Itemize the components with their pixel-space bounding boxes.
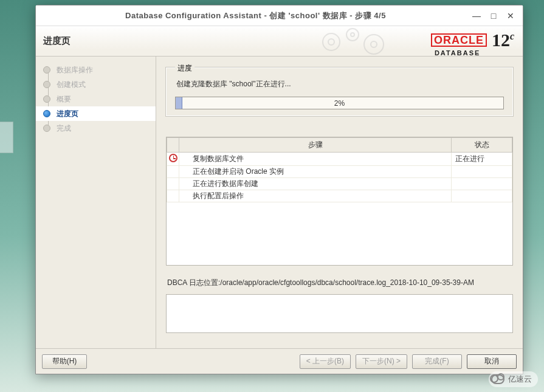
progress-group: 进度 创建克隆数据库 "school"正在进行... 2% [166, 67, 513, 116]
svg-point-4 [364, 35, 384, 54]
svg-point-2 [346, 29, 359, 41]
status-cell [452, 178, 512, 190]
step-dot-icon [43, 81, 50, 88]
log-output-box[interactable] [166, 294, 513, 333]
wizard-sidebar: 数据库操作 创建模式 概要 进度页 完成 [36, 57, 156, 348]
step-label: 数据库操作 [57, 65, 93, 75]
sidebar-item-create-mode: 创建模式 [36, 77, 156, 92]
table-header-status: 状态 [452, 138, 512, 153]
back-button[interactable]: < 上一步(B) [300, 354, 351, 369]
sidebar-item-finish: 完成 [36, 121, 156, 136]
main-panel: 进度 创建克隆数据库 "school"正在进行... 2% 步骤 状态 [156, 57, 523, 348]
maximize-button[interactable]: □ [485, 9, 502, 22]
close-button[interactable]: ✕ [502, 9, 519, 22]
step-dot-icon [43, 125, 50, 132]
help-button[interactable]: 帮助(H) [42, 354, 87, 369]
brand-text: ORACLE [431, 33, 487, 47]
title-buttons: — □ ✕ [468, 9, 519, 22]
svg-point-3 [351, 33, 354, 36]
step-cell: 正在创建并启动 Oracle 实例 [179, 166, 452, 178]
page-header: 进度页 ORACLE 12c DATABASE [36, 26, 523, 57]
watermark: 亿速云 [489, 371, 538, 387]
log-location-text: DBCA 日志位置:/oracle/app/oracle/cfgtoollogs… [166, 278, 513, 288]
step-dot-icon [43, 95, 50, 103]
main-window: Database Configuration Assistant - 创建 's… [35, 5, 523, 374]
step-label: 完成 [57, 123, 71, 134]
sidebar-item-summary: 概要 [36, 92, 156, 106]
table-row: 正在创建并启动 Oracle 实例 [167, 166, 512, 178]
step-dot-icon [43, 110, 50, 117]
status-cell [452, 166, 512, 178]
table-row: 正在进行数据库创建 [167, 178, 512, 190]
progress-percent-text: 2% [176, 97, 503, 109]
window-title: Database Configuration Assistant - 创建 's… [43, 10, 468, 21]
titlebar[interactable]: Database Configuration Assistant - 创建 's… [36, 5, 523, 26]
product-subtitle: DATABASE [435, 49, 480, 57]
gear-decoration-icon [316, 26, 401, 57]
clock-icon [169, 154, 177, 162]
page-title: 进度页 [43, 35, 71, 47]
status-icon-cell [167, 166, 179, 178]
sidebar-item-progress: 进度页 [36, 106, 156, 121]
progress-bar: 2% [175, 97, 504, 109]
steps-table: 步骤 状态 复制数据库文件 正在进行 正在创建并启动 Oracle 实例 [166, 137, 513, 266]
table-row: 复制数据库文件 正在进行 [167, 153, 512, 166]
oracle-logo: ORACLE 12c DATABASE [431, 30, 514, 57]
step-cell: 执行配置后操作 [179, 190, 452, 202]
content-body: 数据库操作 创建模式 概要 进度页 完成 进度 创建克隆数据库 "s [36, 57, 523, 348]
sidebar-item-db-operation: 数据库操作 [36, 63, 156, 77]
version-text: 12c [492, 30, 514, 50]
footer-bar: 帮助(H) < 上一步(B) 下一步(N) > 完成(F) 取消 [36, 348, 523, 374]
watermark-text: 亿速云 [508, 374, 532, 385]
step-label: 进度页 [57, 109, 78, 119]
table-row: 执行配置后操作 [167, 190, 512, 202]
status-icon-cell [167, 153, 179, 166]
cancel-button[interactable]: 取消 [467, 354, 517, 369]
status-cell: 正在进行 [452, 153, 512, 166]
minimize-button[interactable]: — [468, 9, 485, 22]
step-label: 创建模式 [57, 80, 86, 90]
svg-point-5 [371, 41, 377, 47]
status-cell [452, 190, 512, 202]
svg-point-1 [328, 39, 334, 45]
progress-message: 创建克隆数据库 "school"正在进行... [176, 79, 503, 89]
step-cell: 复制数据库文件 [179, 153, 452, 166]
step-label: 概要 [57, 94, 71, 105]
desktop-background-item [0, 122, 13, 153]
status-icon-cell [167, 190, 179, 202]
svg-point-0 [323, 33, 340, 50]
cloud-icon [491, 374, 504, 384]
step-cell: 正在进行数据库创建 [179, 178, 452, 190]
finish-button[interactable]: 完成(F) [412, 354, 462, 369]
next-button[interactable]: 下一步(N) > [356, 354, 407, 369]
status-icon-cell [167, 178, 179, 190]
step-dot-icon [43, 66, 50, 74]
table-header-step: 步骤 [179, 138, 452, 153]
progress-group-label: 进度 [175, 63, 195, 74]
table-header-icon [167, 138, 179, 153]
